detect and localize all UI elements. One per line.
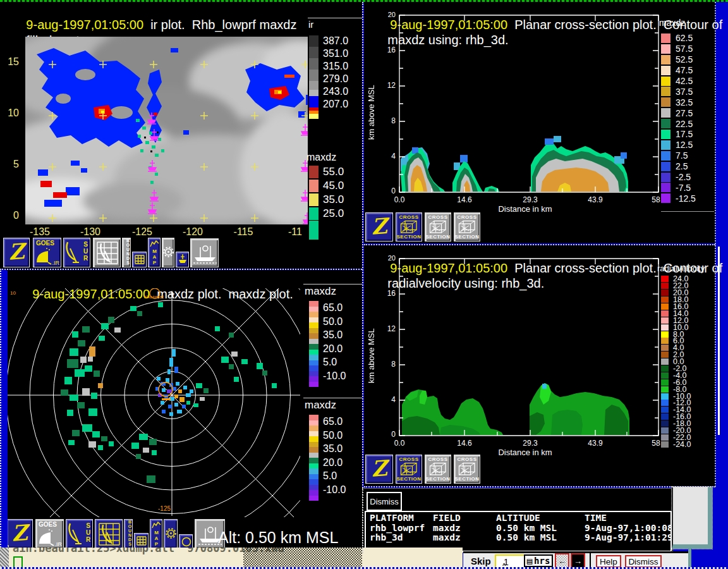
color-swatch [661, 413, 669, 420]
cross-section-button-3[interactable]: CROSS SECTION [454, 455, 480, 484]
color-swatch [661, 303, 669, 310]
zebra-logo-button[interactable]: Z [6, 519, 33, 549]
color-swatch [661, 34, 670, 43]
y-tick: 5 [0, 159, 19, 170]
dismiss-button[interactable]: Dismiss [625, 555, 662, 568]
radar-grid-icon [98, 522, 121, 546]
buoy-icon [178, 254, 188, 266]
y-tick: 4 [375, 152, 396, 161]
color-swatch [661, 97, 670, 107]
map-button[interactable]: MAP [148, 238, 161, 267]
bounds-button[interactable]: BOUNDS [124, 519, 133, 549]
x-tick: 0.0 [394, 439, 405, 448]
satellite-ir-canvas[interactable] [25, 37, 308, 224]
maxdz-colorbar: 62.557.552.547.542.537.532.527.522.517.5… [661, 33, 696, 204]
color-swatch [661, 427, 669, 434]
colorbar-value: -12.5 [676, 193, 696, 204]
x-tick: -11 [288, 226, 302, 238]
colorbar-entry: -12.5 [661, 193, 696, 204]
colorbar-value: 17.5 [676, 129, 693, 139]
scrollbar-line[interactable] [718, 247, 720, 435]
colorbar-entry: 45.0 [309, 179, 344, 193]
radar-grid-button[interactable] [95, 519, 123, 549]
left-arrow-icon: ← [558, 556, 566, 566]
color-swatch [661, 434, 669, 441]
step-back-button[interactable]: ← [555, 553, 569, 568]
bounds-button[interactable]: BOUNDS [122, 238, 131, 267]
grid-button[interactable] [132, 252, 147, 267]
cross-section-button-2[interactable]: CROSS SECTION [425, 455, 451, 484]
zebra-logo-button[interactable]: Z [365, 212, 393, 242]
cross-section-button-1[interactable]: CROSS SECTION [396, 455, 422, 484]
colorbar-value: 37.5 [676, 87, 693, 97]
title-text: ir plot. Rhb_lowprf maxdz [143, 18, 296, 32]
x-axis-label: Distance in km [498, 204, 552, 214]
satellite-dish-icon [35, 247, 52, 265]
x-tick: 14.6 [457, 195, 471, 204]
colorbar-value: 351.0 [323, 48, 348, 59]
legend-divider [661, 211, 714, 212]
help-button[interactable]: Help [596, 555, 621, 568]
cube-icon [458, 462, 476, 476]
map-button[interactable]: MAP [150, 519, 162, 549]
zebra-logo-button[interactable]: Z [3, 238, 30, 267]
goes-ir-button[interactable]: GOES .IR [35, 519, 64, 549]
colorbar-entry: 52.5 [661, 54, 696, 65]
zebra-z-icon: Z [365, 212, 393, 240]
table-row: rhb_3d maxdz 0.50 km MSL 9-Aug-97,1:01:2… [366, 533, 670, 543]
legend-divider [303, 284, 362, 284]
panel-cross-section-maxdz: 9-aug-1997,01:05:00 Planar cross-section… [364, 2, 715, 243]
altitude-readout: Alt: 0.50 km MSL [218, 529, 360, 547]
surveillance-radar-button[interactable]: SUR [63, 238, 90, 267]
colorbar-value: 45.0 [323, 180, 344, 192]
grid-icon [135, 255, 145, 264]
cross-section-button-1[interactable]: CROSS SECTION [396, 212, 422, 242]
legend-divider [303, 398, 362, 398]
cross-section-button-3[interactable]: CROSS SECTION [454, 212, 480, 242]
maxdz-colorbar: 55.045.035.025.0 [309, 165, 344, 221]
colorbar-value: 7.5 [676, 150, 688, 161]
goes-ir-button[interactable]: GOES .IR [33, 238, 61, 267]
color-swatch [661, 386, 669, 393]
color-swatch [661, 173, 670, 182]
cross-section-button-2[interactable]: CROSS SECTION [425, 212, 451, 242]
colorbar-entry: 12.5 [661, 140, 696, 150]
color-swatch [661, 108, 670, 118]
x-tick: 0.0 [394, 195, 405, 204]
maxdz-colorbar-2: 65.050.035.020.05.0-10.0 [309, 415, 362, 503]
radar-grid-button[interactable] [93, 238, 121, 267]
maxdz-colorbar-1: 65.050.035.020.05.0-10.0 [309, 301, 362, 389]
maxdz-legend-label: maxdz [306, 152, 336, 163]
step-forward-button[interactable]: → [571, 553, 585, 568]
terminal-window[interactable]: ain:beaufait:25>xdump.all 970809.0105.xw… [9, 548, 463, 567]
colorbar-value: 65.0 [323, 416, 346, 427]
x-tick: 43.9 [588, 439, 602, 448]
grid-button[interactable] [134, 533, 149, 549]
y-tick: 20 [375, 11, 396, 18]
gear-button[interactable] [164, 519, 178, 549]
color-swatch [661, 324, 669, 331]
ppi-radar-canvas[interactable]: sho+mat 10 -125 [6, 288, 300, 517]
panel-ir-plot: 9-aug-1997,01:05:00 ir plot. Rhb_lowprf … [0, 2, 362, 269]
y-tick: 0 [375, 430, 396, 439]
status-dismiss-button[interactable]: Dismiss [367, 492, 402, 511]
surveillance-radar-button[interactable]: SUR [66, 519, 93, 549]
ir-legend-label: ir [308, 19, 313, 30]
y-tick: 15 [0, 56, 19, 68]
y-axis-label: km above MSL [367, 302, 376, 410]
color-swatch [661, 317, 669, 324]
color-swatch [309, 180, 318, 192]
zebra-logo-button[interactable]: Z [365, 455, 393, 484]
hours-unit-button[interactable]: ▤ hrs [524, 554, 553, 567]
panel-separator [364, 244, 715, 245]
colorbar-entry: 37.5 [661, 86, 696, 97]
gear-button[interactable] [162, 238, 174, 267]
panel-separator [715, 2, 716, 487]
background-window[interactable] [672, 487, 712, 549]
colorbar-value: 32.5 [676, 97, 693, 107]
circle-button[interactable] [179, 534, 193, 549]
color-swatch [661, 44, 670, 54]
buoy-button[interactable] [176, 252, 189, 267]
ship-button[interactable] [190, 238, 219, 267]
ship-icon [193, 242, 217, 265]
